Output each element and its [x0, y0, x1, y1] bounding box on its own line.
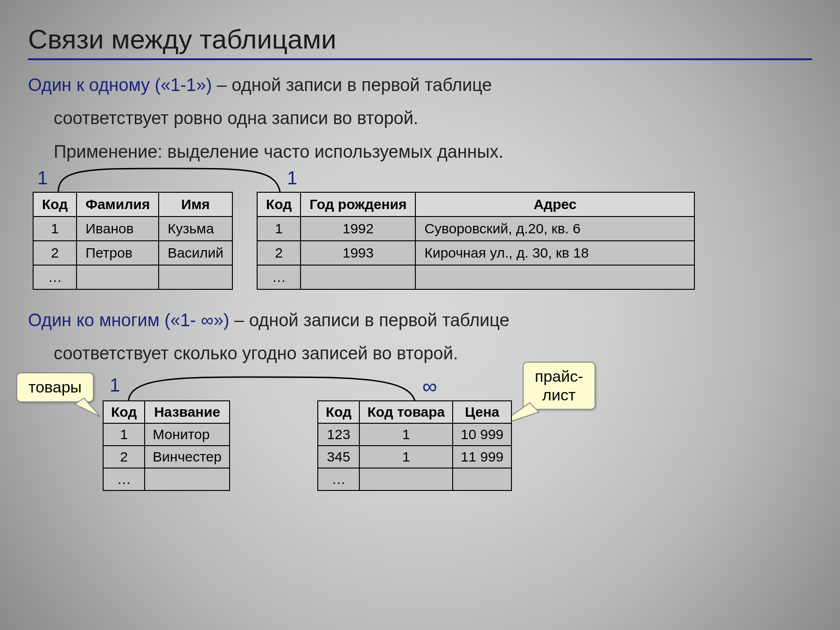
th: Год рождения: [301, 192, 415, 217]
table-row: …: [103, 468, 230, 490]
table-row: 123110 999: [318, 423, 511, 446]
table-header-row: Код Год рождения Адрес: [257, 192, 694, 217]
callout-goods-text: товары: [28, 378, 82, 396]
th: Цена: [453, 401, 511, 423]
svg-marker-0: [75, 398, 100, 417]
s1-line3: Применение: выделение часто используемых…: [54, 140, 812, 164]
s2-rest: – одной записи в первой таблице: [229, 310, 509, 330]
s2-line2: соответствует сколько угодно записей во …: [54, 342, 812, 365]
th: Адрес: [415, 192, 694, 217]
table-row: …: [33, 265, 232, 289]
table-row: 1Монитор: [103, 423, 230, 446]
th: Код товара: [359, 401, 453, 423]
table-row: 345111 999: [318, 446, 511, 468]
slide-title: Связи между таблицами: [28, 23, 812, 55]
s1-lead: Один к одному («1-1»): [28, 75, 212, 95]
title-underline: [28, 58, 812, 60]
s1-line1: Один к одному («1-1») – одной записи в п…: [28, 73, 812, 97]
s2-line1: Один ко многим («1- ∞») – одной записи в…: [28, 308, 812, 332]
s2-lead: Один ко многим («1- ∞»): [28, 310, 229, 330]
th: Код: [103, 401, 145, 423]
s1-tables: 1 1 Код Фамилия Имя 1ИвановКузьма 2Петро…: [28, 173, 812, 294]
table-header-row: Код Фамилия Имя: [33, 192, 232, 217]
th: Код: [257, 192, 301, 217]
table-row: 2ПетровВасилий: [33, 241, 232, 265]
s2-table-b: Код Код товара Цена 123110 999 345111 99…: [317, 400, 512, 491]
slide: Связи между таблицами Один к одному («1-…: [28, 9, 812, 611]
table-header-row: Код Код товара Цена: [318, 401, 511, 423]
table-header-row: Код Название: [103, 401, 230, 423]
s1-table-b: Код Год рождения Адрес 11992Суворовский,…: [257, 192, 695, 290]
th: Код: [318, 401, 359, 423]
th: Код: [33, 192, 77, 217]
table-row: 2Винчестер: [103, 446, 230, 468]
s2-table-a: Код Название 1Монитор 2Винчестер …: [103, 400, 230, 491]
table-row: …: [257, 265, 694, 289]
table-row: 11992Суворовский, д.20, кв. 6: [257, 217, 694, 241]
s2-tables: 1 ∞ товары прайс- лист Код Название 1Мон…: [28, 375, 812, 510]
s1-table-a: Код Фамилия Имя 1ИвановКузьма 2ПетровВас…: [33, 192, 233, 290]
s1-rest: – одной записи в первой таблице: [212, 75, 492, 95]
th: Фамилия: [77, 192, 159, 217]
th: Имя: [159, 192, 232, 217]
callout-pricelist-text: прайс- лист: [535, 367, 583, 403]
s1-line2: соответствует ровно одна записи во второ…: [54, 106, 812, 130]
th: Название: [145, 401, 229, 423]
table-row: 1ИвановКузьма: [33, 217, 232, 241]
table-row: …: [318, 468, 511, 490]
table-row: 21993Кирочная ул., д. 30, кв 18: [257, 241, 694, 265]
